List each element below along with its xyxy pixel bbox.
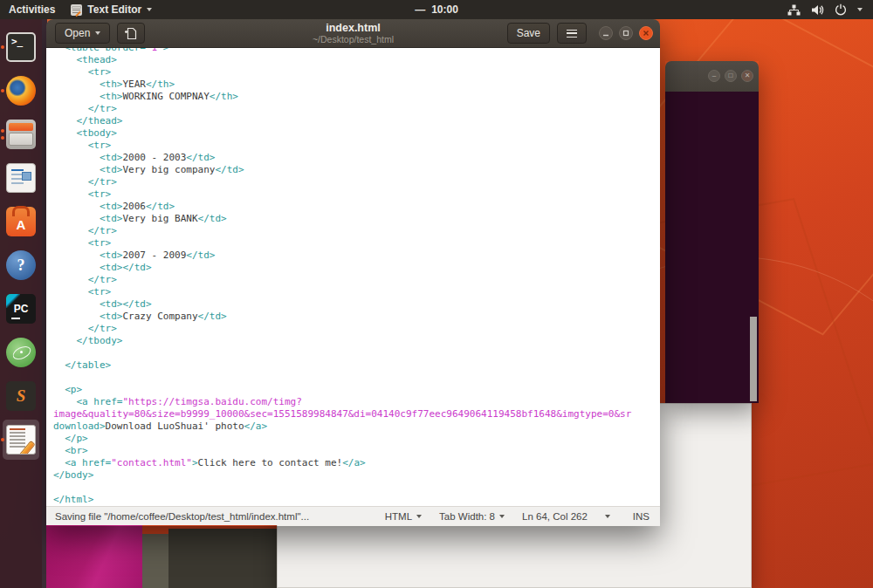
code-line: </tr> — [53, 323, 660, 335]
code-line: <p> — [53, 384, 660, 396]
code-line: <tr> — [53, 286, 660, 298]
power-icon — [835, 3, 847, 16]
code-line: </tr> — [53, 176, 660, 188]
code-line: image&quality=80&size=b9999_10000&sec=15… — [53, 408, 660, 420]
terminal-minimize-button[interactable]: – — [708, 70, 720, 82]
chevron-down-icon — [95, 31, 100, 35]
cursor-position-selector[interactable]: Ln 64, Col 262 — [515, 511, 595, 522]
language-selector[interactable]: HTML — [378, 511, 429, 522]
code-line: </table> — [53, 359, 660, 372]
dock-item-files[interactable] — [0, 113, 42, 156]
activities-button[interactable]: Activities — [9, 3, 55, 16]
save-button[interactable]: Save — [507, 23, 550, 44]
code-line: </html> — [53, 494, 660, 506]
app-menu[interactable]: Text Editor — [71, 3, 152, 16]
files-icon — [6, 120, 36, 149]
dock-item-terminal[interactable]: >_ — [0, 25, 42, 69]
chevron-down-icon — [147, 8, 152, 11]
code-line: </thead> — [53, 115, 660, 127]
open-button[interactable]: Open — [55, 23, 110, 44]
terminal-titlebar[interactable]: – □ ✕ — [665, 61, 759, 92]
code-line: <tbody> — [53, 127, 660, 140]
terminal-close-button[interactable]: ✕ — [741, 70, 753, 82]
code-editor-area[interactable]: <table border= 1 > <thead> <tr> <th>YEAR… — [46, 48, 660, 506]
hamburger-menu-icon — [567, 30, 577, 38]
chevron-down-icon — [605, 515, 610, 518]
code-line: <td>Very big BANK</td> — [53, 213, 660, 225]
document-title: index.html — [313, 22, 394, 34]
maximize-icon — [622, 30, 629, 37]
code-line: </tbody> — [53, 335, 660, 347]
code-line: </tr> — [53, 274, 660, 286]
minimize-button[interactable] — [599, 26, 613, 40]
code-line: <td>Crazy Company</td> — [53, 311, 660, 323]
document-path: ~/Desktop/test_html — [313, 34, 394, 44]
background-window-fragment — [142, 534, 168, 588]
dock-item-atom[interactable] — [0, 331, 42, 374]
code-line: <a href="contact.html">Click here to con… — [53, 457, 660, 469]
code-line: <td>2000 - 2003</td> — [53, 152, 660, 164]
text-editor-window: Open index.html ~/Desktop/test_html Save — [46, 19, 660, 526]
top-bar: Activities Text Editor — 10:00 — [0, 0, 873, 19]
close-icon — [643, 30, 650, 37]
new-document-icon — [125, 27, 137, 40]
dock: >_A?PCS — [0, 19, 42, 588]
tab-width-selector[interactable]: Tab Width: 8 — [432, 511, 512, 522]
dock-item-ubuntu-software[interactable]: A — [0, 200, 42, 243]
terminal-scrollbar[interactable] — [750, 317, 757, 401]
terminal-icon: >_ — [6, 32, 36, 62]
code-line: <a href="https://timgsa.baidu.com/timg? — [53, 396, 660, 408]
desktop: – □ ✕ Activities Text Editor — 10:00 — [0, 0, 873, 588]
terminal-maximize-button[interactable]: □ — [725, 70, 737, 82]
maximize-button[interactable] — [619, 26, 633, 40]
new-document-button[interactable] — [117, 23, 145, 44]
dock-item-firefox[interactable] — [0, 69, 42, 113]
chevron-down-icon — [857, 8, 863, 11]
running-indicator — [1, 45, 4, 49]
text-editor-icon — [71, 4, 82, 16]
position-dropdown[interactable] — [598, 515, 617, 518]
code-line: </tr> — [53, 103, 660, 115]
clock-time: 10:00 — [431, 3, 458, 16]
editor-header-bar[interactable]: Open index.html ~/Desktop/test_html Save — [46, 19, 660, 48]
background-terminal-window[interactable]: – □ ✕ — [665, 61, 759, 403]
running-indicator — [1, 89, 4, 92]
dock-item-pycharm[interactable]: PC — [0, 287, 42, 331]
terminal-body[interactable] — [665, 92, 759, 403]
code-line: <td></td> — [53, 262, 660, 274]
firefox-icon — [6, 76, 36, 106]
dock-item-help[interactable]: ? — [0, 243, 42, 287]
text-editor-icon — [6, 425, 36, 455]
app-menu-label: Text Editor — [87, 3, 141, 16]
code-line: <br> — [53, 445, 660, 457]
insert-mode-indicator: INS — [621, 511, 651, 522]
code-line: <table border= 1 > — [53, 48, 660, 54]
code-line: <tr> — [53, 66, 660, 79]
sublime-text-icon: S — [6, 381, 36, 411]
code-content: <table border= 1 > <thead> <tr> <th>YEAR… — [46, 48, 660, 506]
network-icon — [787, 4, 801, 16]
help-icon: ? — [6, 250, 36, 280]
close-button[interactable] — [639, 26, 653, 40]
system-status-area[interactable] — [787, 3, 873, 16]
cursor-position-label: Ln 64, Col 262 — [522, 511, 588, 522]
ubuntu-software-icon: A — [6, 207, 36, 236]
status-message: Saving file "/home/coffee/Desktop/test_h… — [55, 511, 309, 522]
code-line: <tr> — [53, 237, 660, 250]
dock-item-sublime-text[interactable]: S — [0, 374, 42, 418]
code-line: <td>2007 - 2009</td> — [53, 250, 660, 262]
code-line: <td></td> — [53, 298, 660, 311]
code-line: download>Download LuoShuai' photo</a> — [53, 420, 660, 433]
tab-width-label: Tab Width: 8 — [439, 511, 495, 522]
code-line: </body> — [53, 469, 660, 482]
clock-prefix: — — [415, 3, 425, 16]
code-line: </tr> — [53, 225, 660, 237]
dock-item-libreoffice-writer[interactable] — [0, 156, 42, 200]
atom-icon — [6, 338, 36, 367]
code-line: <td>Very big company</td> — [53, 164, 660, 176]
pycharm-icon: PC — [6, 294, 36, 324]
code-line: </p> — [53, 433, 660, 445]
wallpaper-magenta-block — [46, 524, 142, 588]
menu-button[interactable] — [557, 23, 587, 44]
dock-item-text-editor[interactable] — [0, 418, 42, 462]
